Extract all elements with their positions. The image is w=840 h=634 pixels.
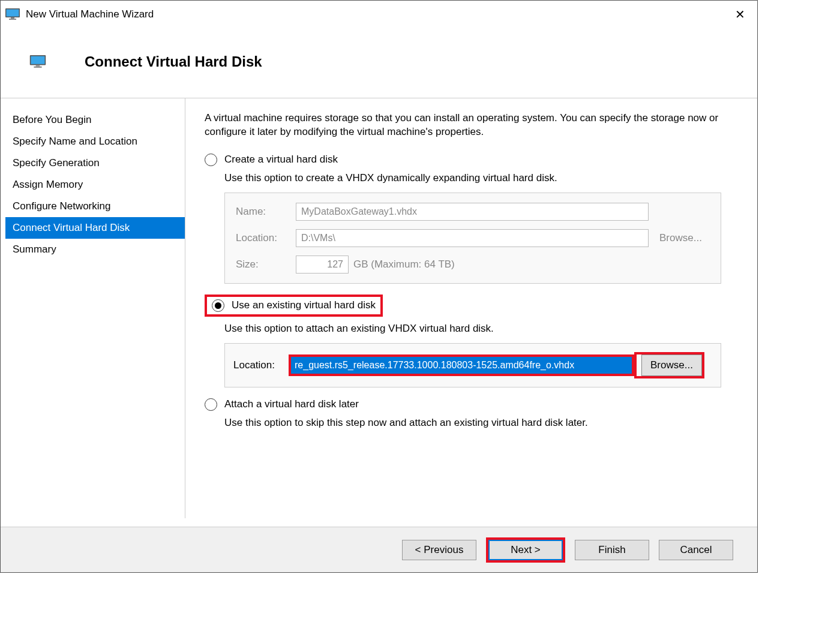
sidebar-step-summary[interactable]: Summary bbox=[5, 239, 185, 260]
name-input bbox=[296, 203, 649, 221]
radio-existing-label: Use an existing virtual hard disk bbox=[232, 299, 376, 311]
titlebar: New Virtual Machine Wizard ✕ bbox=[1, 1, 757, 28]
option-existing-block: Use an existing virtual hard disk Use th… bbox=[205, 295, 721, 387]
highlight-next: Next > bbox=[486, 537, 565, 563]
sidebar-step-before-you-begin[interactable]: Before You Begin bbox=[5, 109, 185, 131]
radio-later-label: Attach a virtual hard disk later bbox=[224, 398, 359, 410]
svg-rect-5 bbox=[31, 56, 44, 64]
option-existing-desc: Use this option to attach an existing VH… bbox=[224, 323, 721, 335]
name-label: Name: bbox=[236, 206, 296, 218]
svg-rect-1 bbox=[7, 10, 19, 17]
svg-rect-7 bbox=[34, 67, 41, 68]
location-label: Location: bbox=[236, 232, 296, 244]
browse-button-disabled: Browse... bbox=[659, 232, 702, 244]
page-header: Connect Virtual Hard Disk bbox=[1, 28, 757, 98]
sidebar-step-connect-vhd[interactable]: Connect Virtual Hard Disk bbox=[5, 217, 185, 239]
wizard-main: A virtual machine requires storage so th… bbox=[185, 98, 757, 518]
sidebar-step-configure-networking[interactable]: Configure Networking bbox=[5, 196, 185, 217]
intro-text: A virtual machine requires storage so th… bbox=[205, 112, 721, 139]
option-create-block: Create a virtual hard disk Use this opti… bbox=[205, 154, 721, 284]
highlight-browse: Browse... bbox=[634, 352, 704, 378]
size-unit: GB (Maximum: 64 TB) bbox=[353, 259, 455, 271]
highlight-existing-option: Use an existing virtual hard disk bbox=[205, 295, 383, 317]
next-button[interactable]: Next > bbox=[488, 540, 563, 560]
window-title: New Virtual Machine Wizard bbox=[26, 8, 728, 20]
location-input-disabled bbox=[296, 229, 649, 247]
wizard-app-icon bbox=[5, 8, 20, 20]
close-icon[interactable]: ✕ bbox=[728, 5, 752, 24]
page-title: Connect Virtual Hard Disk bbox=[85, 53, 262, 70]
wizard-sidebar: Before You Begin Specify Name and Locati… bbox=[5, 98, 185, 518]
radio-later[interactable] bbox=[205, 398, 217, 411]
wizard-footer: < Previous Next > Finish Cancel bbox=[1, 527, 757, 572]
existing-location-input[interactable]: re_guest.rs5_release.17733.1000.180803-1… bbox=[289, 354, 634, 376]
existing-groupbox: Location: re_guest.rs5_release.17733.100… bbox=[224, 343, 721, 387]
existing-location-label: Location: bbox=[233, 359, 289, 371]
svg-rect-3 bbox=[9, 19, 16, 20]
option-later-desc: Use this option to skip this step now an… bbox=[224, 417, 721, 429]
browse-button[interactable]: Browse... bbox=[641, 354, 702, 376]
svg-rect-6 bbox=[36, 65, 40, 67]
sidebar-step-specify-generation[interactable]: Specify Generation bbox=[5, 152, 185, 174]
sidebar-step-assign-memory[interactable]: Assign Memory bbox=[5, 174, 185, 196]
option-later-block: Attach a virtual hard disk later Use thi… bbox=[205, 398, 721, 429]
radio-create[interactable] bbox=[205, 154, 217, 166]
page-header-icon bbox=[29, 55, 46, 68]
finish-button[interactable]: Finish bbox=[575, 540, 649, 560]
option-create-desc: Use this option to create a VHDX dynamic… bbox=[224, 172, 721, 184]
create-groupbox: Name: Location: Browse... Size: GB (Maxi… bbox=[224, 193, 721, 284]
svg-rect-2 bbox=[11, 17, 14, 19]
size-label: Size: bbox=[236, 259, 296, 271]
cancel-button[interactable]: Cancel bbox=[659, 540, 733, 560]
sidebar-step-specify-name[interactable]: Specify Name and Location bbox=[5, 131, 185, 152]
radio-create-label: Create a virtual hard disk bbox=[224, 154, 338, 166]
radio-existing[interactable] bbox=[212, 299, 224, 312]
size-input bbox=[296, 256, 349, 274]
previous-button[interactable]: < Previous bbox=[402, 540, 476, 560]
